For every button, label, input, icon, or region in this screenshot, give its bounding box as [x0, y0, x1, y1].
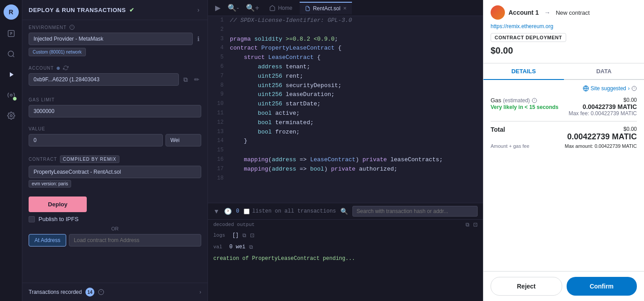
total-label: Total	[491, 126, 505, 133]
copy-logs-button[interactable]: ⧉	[242, 232, 246, 238]
at-address-button[interactable]: At Address	[29, 234, 66, 247]
info-icon[interactable]	[98, 289, 104, 295]
svg-point-4	[8, 51, 13, 56]
gas-limit-label: GAS LIMIT	[29, 97, 201, 102]
confirm-button[interactable]: Confirm	[567, 277, 637, 296]
val-row: val 0 wei ⧉	[213, 244, 478, 250]
sidebar-icon-file[interactable]	[4, 27, 18, 40]
code-line-7: 7 uint256 rent;	[208, 72, 483, 81]
gas-limit-section: GAS LIMIT	[22, 93, 208, 122]
copy-val-button[interactable]: ⧉	[249, 244, 253, 250]
globe-icon	[583, 85, 589, 92]
tx-search-input[interactable]	[352, 206, 478, 217]
code-editor[interactable]: 1 // SPDX-License-Identifier: GPL-3.0 2 …	[208, 16, 483, 203]
logs-row: logs [] ⧉ ⊡	[213, 232, 478, 238]
tab-home[interactable]: Home	[264, 2, 298, 14]
panel-title: DEPLOY & RUN TRANSACTIONS ✔	[29, 7, 135, 13]
tab-close-button[interactable]: ✕	[343, 6, 347, 11]
popup-info-icon[interactable]	[631, 86, 637, 91]
transactions-footer: Transactions recorded 14 ›	[22, 283, 208, 301]
gas-label-col: Gas (estimated) Very likely in < 15 seco…	[491, 97, 559, 111]
left-panel: DEPLOY & RUN TRANSACTIONS ✔ › ENVIRONMEN…	[22, 0, 208, 301]
evm-badge: evm version: paris	[29, 180, 71, 188]
tx-count-badge: 14	[85, 288, 94, 297]
popup-account-row: Account 1 → New contract	[491, 5, 637, 20]
expand-logs-button[interactable]: ⊡	[250, 232, 254, 238]
deploy-section: Deploy Publish to IPFS OR At Address	[22, 192, 208, 251]
gas-likely: Very likely in < 15 seconds	[491, 104, 559, 111]
editor-tabs: ▶ 🔍- 🔍+ Home RentAct.sol ✕	[208, 0, 483, 16]
gas-row: Gas (estimated) Very likely in < 15 seco…	[491, 97, 637, 117]
code-line-9: 9 uint256 leaseDuration;	[208, 90, 483, 100]
zoom-in-button[interactable]: 🔍+	[243, 0, 262, 16]
load-contract-input[interactable]	[69, 234, 201, 247]
popup-header: Account 1 → New contract https://remix.e…	[483, 0, 644, 63]
expand-button[interactable]: ›	[195, 4, 201, 15]
value-input[interactable]	[29, 134, 163, 146]
code-line-5: 5 struct LeaseContract {	[208, 53, 483, 63]
metamask-popup: Account 1 → New contract https://remix.e…	[483, 0, 644, 301]
sidebar-icon-deploy[interactable]	[4, 68, 18, 81]
logs-entry: logs [] ⧉ ⊡	[208, 230, 483, 241]
value-label: VALUE	[29, 126, 201, 131]
listen-checkbox[interactable]	[244, 209, 250, 214]
collapse-button[interactable]: ▼	[213, 208, 220, 215]
popup-contract-badge: CONTRACT DEPLOYMENT	[491, 33, 566, 42]
add-account-icon[interactable]: ⊕	[56, 66, 60, 71]
popup-tab-data[interactable]: DATA	[564, 63, 644, 80]
edit-account-button[interactable]: ✏	[192, 74, 201, 85]
val-entry: val 0 wei ⧉	[208, 241, 483, 253]
clear-button[interactable]: 🕐	[224, 208, 232, 215]
bottom-toolbar: ▼ 🕐 0 listen on all transactions 🔍	[208, 203, 483, 220]
code-line-11: 11 bool active;	[208, 109, 483, 118]
contract-label: CONTRACT compiled by Remix	[29, 155, 201, 163]
code-line-3: 3 pragma solidity >=0.8.2 <0.9.0;	[208, 35, 483, 44]
pending-message: creation of PropertyLeaseContract pendin…	[208, 253, 483, 264]
zoom-out-button[interactable]: 🔍-	[225, 0, 242, 16]
total-row: Total $0.00 0.00422739 MATIC	[491, 126, 637, 142]
environment-select[interactable]: Injected Provider - MetaMask	[29, 33, 193, 45]
expand-tx-icon[interactable]: ›	[199, 289, 201, 295]
copy-decoded-button[interactable]: ⧉	[466, 222, 470, 228]
popup-actions: Reject Confirm	[483, 271, 644, 301]
logs-label: logs	[213, 233, 225, 238]
popup-tab-details[interactable]: DETAILS	[483, 63, 564, 80]
network-badge: Custom (80001) network	[29, 48, 86, 56]
code-line-4: 4 contract PropertyLeaseContract {	[208, 44, 483, 53]
popup-arrow-icon: →	[544, 9, 551, 16]
expand-decoded-button[interactable]: ⊡	[473, 222, 478, 228]
play-button[interactable]: ▶	[212, 0, 223, 16]
code-line-6: 6 address tenant;	[208, 63, 483, 72]
search-toggle-button[interactable]: 🔍	[340, 208, 348, 215]
site-suggested-chevron[interactable]: ›	[628, 85, 630, 92]
sidebar-icon-settings[interactable]	[4, 109, 18, 122]
total-right: $0.00 0.00422739 MATIC	[567, 126, 637, 142]
deploy-button[interactable]: Deploy	[29, 196, 87, 212]
gas-info-icon[interactable]	[532, 98, 537, 103]
value-unit-select[interactable]: Wei Gwei Ether	[165, 134, 201, 146]
environment-info-button[interactable]: ℹ	[195, 33, 201, 44]
gas-limit-input[interactable]	[29, 105, 201, 117]
code-line-17: 17 mapping(address => bool) private auth…	[208, 165, 483, 174]
compiled-badge: compiled by Remix	[60, 155, 120, 163]
popup-divider	[491, 121, 637, 121]
site-suggested-text: Site suggested	[591, 85, 626, 92]
contract-select[interactable]: PropertyLeaseContract - RentAct.sol	[29, 166, 201, 178]
reject-button[interactable]: Reject	[491, 277, 562, 296]
sidebar-icon-plugin[interactable]	[4, 88, 18, 102]
home-tab-label: Home	[278, 5, 292, 11]
gas-label: Gas (estimated)	[491, 97, 559, 104]
app-logo: R	[4, 4, 19, 20]
sidebar-icon-search[interactable]	[4, 47, 18, 61]
publish-checkbox[interactable]	[29, 216, 35, 222]
refresh-icon[interactable]	[63, 65, 68, 71]
tab-rentact[interactable]: RentAct.sol ✕	[300, 2, 352, 14]
copy-account-button[interactable]: ⧉	[182, 74, 190, 85]
decoded-output-label: decoded output	[213, 222, 254, 227]
account-label: ACCOUNT ⊕	[29, 65, 201, 71]
listen-label: listen on all transactions	[252, 208, 336, 214]
active-tab-label: RentAct.sol	[313, 5, 340, 12]
account-input[interactable]	[29, 73, 179, 86]
at-address-row: At Address	[29, 234, 201, 247]
svg-point-6	[10, 94, 12, 96]
